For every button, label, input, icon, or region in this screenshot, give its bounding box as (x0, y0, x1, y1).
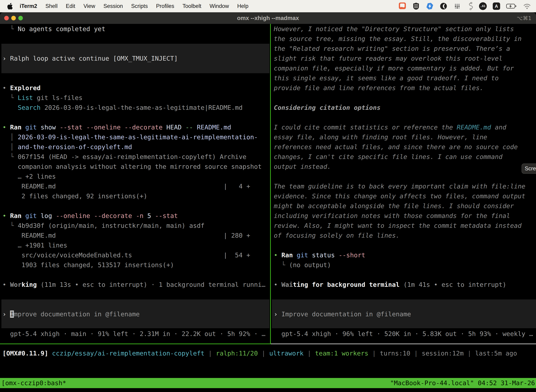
terminal-line: • Ran git log --oneline --decorate -n 5 … (2, 211, 273, 221)
squiggle-icon[interactable] (467, 2, 473, 10)
terminal-line: src/voice/voiceModeEnabled.ts | 54 + (2, 250, 273, 260)
window-title: omx --xhigh --madmax (0, 12, 536, 24)
menu-items: iTerm2ShellEditViewSessionScriptsProfile… (20, 3, 249, 9)
terminal-line (274, 172, 536, 182)
terminal-line: › Improve documentation in @filename (274, 309, 536, 319)
moon-contrast-icon[interactable] (440, 2, 447, 10)
menu-item-help[interactable]: Help (237, 3, 249, 9)
apple-logo-icon (7, 3, 13, 9)
battery-charging-icon[interactable] (506, 3, 517, 9)
counter-badge-icon[interactable]: ..61 (479, 2, 487, 10)
menu-item-view[interactable]: View (84, 3, 95, 9)
left-terminal-pane[interactable]: └ No agents completed yet› Ralph loop ac… (0, 24, 273, 339)
wifi-icon[interactable] (523, 3, 531, 9)
terminal-line: └ 067f154 (HEAD -> essay/ai-reimplementa… (2, 152, 273, 162)
terminal-line: companion analysis without altering the … (2, 162, 273, 172)
terminal-line: gpt-5.4 xhigh · 96% left · 520K in · 5.8… (274, 329, 536, 339)
terminal-line (2, 34, 273, 44)
terminal-line: └ List git ls-files (2, 93, 273, 103)
dots-grid-icon[interactable] (453, 2, 461, 10)
omx-status-line: [OMX#0.11.9] cczip/essay/ai-reimplementa… (0, 348, 536, 358)
terminal-line: The team guideline is to back every impo… (274, 182, 536, 191)
tmux-host-clock: "MacBook-Pro-44.local" 04:52 31-Mar-26 (390, 378, 535, 388)
terminal-line: Considering citation options (274, 103, 536, 112)
terminal-line: changes, I can't cite specific file line… (274, 152, 536, 162)
keypad-shield-icon[interactable] (412, 2, 420, 10)
menu-item-scripts[interactable]: Scripts (131, 3, 148, 9)
terminal-line: references need actual files, and since … (274, 142, 536, 152)
counter-badge-label: ..61 (480, 5, 485, 8)
chat-icon[interactable] (398, 2, 406, 10)
menu-item-toolbelt[interactable]: Toolbelt (182, 3, 201, 9)
tmux-session-label[interactable]: [omx-cczip0:bash* (1, 378, 66, 388)
terminal-line: might be acceptable alongside the file l… (274, 201, 536, 211)
terminal-line: I could cite commit statistics or refere… (274, 122, 536, 132)
terminal-line (274, 93, 536, 103)
terminal-line: 2 files changed, 92 insertions(+) (2, 191, 273, 201)
terminal-line: └ (no output) (274, 260, 536, 270)
terminal-line: › Improve documentation in @filename (2, 309, 273, 319)
bolt-badge-icon[interactable] (426, 2, 434, 10)
iterm2-window: iTerm2ShellEditViewSessionScriptsProfile… (0, 0, 536, 392)
terminal-line: └ No agents completed yet (2, 24, 273, 34)
screen-tooltip: Scre (522, 163, 536, 174)
right-terminal-pane[interactable]: However, I noticed the "Directory Struct… (271, 24, 536, 339)
terminal-line (274, 299, 536, 309)
terminal-line (2, 63, 273, 73)
menu-status-icons: ..61 A (398, 0, 531, 12)
window-title-bar: omx --xhigh --madmax ⌥⌘1 (0, 12, 536, 24)
tmux-status-bar: [omx-cczip0:bash* "MacBook-Pro-44.local"… (0, 378, 536, 388)
terminal-line (274, 240, 536, 250)
terminal-line: • Waiting for background terminal (1m 41… (274, 280, 536, 289)
terminal-line: • Working (11m 13s • esc to interrupt) ·… (2, 280, 273, 289)
terminal-line (274, 289, 536, 299)
terminal-line: gpt-5.4 xhigh · main · 91% left · 2.31M … (2, 329, 273, 339)
terminal-line (2, 319, 273, 329)
terminal-line: slight risk that future readers may over… (274, 54, 536, 63)
menu-item-profiles[interactable]: Profiles (156, 3, 174, 9)
terminal-line: review. Also, I might want to inspect th… (274, 221, 536, 231)
pane-bottom-border-right (271, 344, 536, 344)
terminal-line (2, 299, 273, 309)
terminal-line: • Explored (2, 83, 273, 93)
terminal-line (2, 44, 273, 54)
terminal-area: └ No agents completed yet› Ralph loop ac… (0, 24, 536, 392)
terminal-line: … +2 lines (2, 172, 273, 182)
menu-item-iterm2[interactable]: iTerm2 (20, 3, 37, 9)
terminal-line: this single essay, it seems like a good … (274, 73, 536, 83)
menu-item-window[interactable]: Window (210, 3, 229, 9)
terminal-line: │ and-the-erosion-of-copyleft.md (2, 142, 273, 152)
terminal-line: the "Related research writing" section i… (274, 44, 536, 54)
terminal-line (274, 270, 536, 280)
terminal-line: provide file and line references from th… (274, 83, 536, 93)
assistant-badge-label: A (495, 4, 498, 9)
terminal-line: Search 2026-03-09-is-legal-the-same-as-l… (2, 103, 273, 112)
terminal-line: the source tree, missing the essay. Stil… (274, 34, 536, 44)
pane-bottom-border-left (0, 344, 271, 344)
terminal-line: 1903 files changed, 513517 insertions(+) (2, 260, 273, 270)
terminal-line (274, 319, 536, 329)
terminal-line (2, 201, 273, 211)
terminal-line: evidence. Since this change only affects… (274, 191, 536, 201)
terminal-line: • Ran git status --short (274, 250, 536, 260)
menu-item-shell[interactable]: Shell (45, 3, 57, 9)
apple-menu[interactable] (7, 3, 13, 9)
assistant-badge-icon[interactable]: A (493, 2, 500, 10)
menu-item-session[interactable]: Session (103, 3, 123, 9)
window-shortcut-badge: ⌥⌘1 (517, 12, 531, 24)
terminal-line: README.md | 280 + (2, 231, 273, 240)
terminal-line: • Ran git show --stat --oneline --decora… (2, 122, 273, 132)
menu-item-edit[interactable]: Edit (66, 3, 75, 9)
terminal-line: of focusing solely on file lines. (274, 231, 536, 240)
terminal-line: └ 4b9d30f (origin/main, instructkr/main,… (2, 221, 273, 231)
terminal-line: │ 2026-03-09-is-legal-the-same-as-legiti… (2, 132, 273, 142)
terminal-line (2, 270, 273, 280)
pane-divider[interactable] (270, 24, 271, 344)
terminal-line: output instead. (274, 162, 536, 172)
terminal-line: › Ralph loop active continue [OMX_TMUX_I… (2, 54, 273, 63)
terminal-line: README.md | 4 + (2, 182, 273, 191)
terminal-line: However, I noticed the "Directory Struct… (274, 24, 536, 34)
terminal-line (274, 112, 536, 122)
terminal-line: including verification notes with those … (274, 211, 536, 221)
menu-bar: iTerm2ShellEditViewSessionScriptsProfile… (0, 0, 536, 12)
